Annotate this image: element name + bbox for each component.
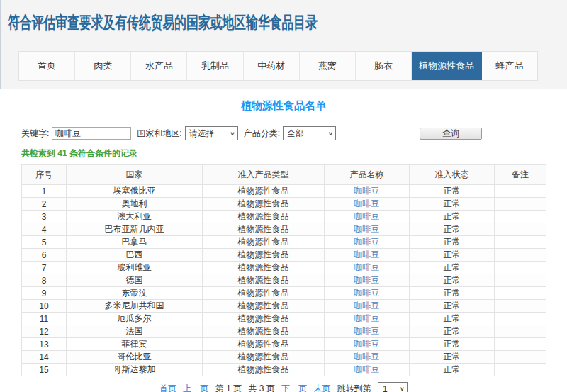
nav-tab[interactable]: 首页 [19,52,75,80]
page-jump-select[interactable]: 1 ∨ [378,382,408,392]
cell-note [495,364,546,376]
keyword-label: 关键字: [21,128,49,140]
table-header-cell: 备注 [495,165,546,185]
table-row: 9 东帝汶 植物源性食品 咖啡豆 正常 [22,287,546,300]
cell-type: 植物源性食品 [203,313,325,325]
nav-tab-label: 肉类 [94,60,112,72]
cell-country: 巴西 [67,249,203,262]
product-link[interactable]: 咖啡豆 [354,352,380,362]
product-link[interactable]: 咖啡豆 [354,364,380,374]
nav-tab[interactable]: 乳制品 [187,52,243,80]
section-title: 植物源性食品名单 [0,99,567,113]
table-header-cell: 国家 [67,165,203,185]
nav-tab[interactable]: 水产品 [131,52,187,80]
table-row: 13 菲律宾 植物源性食品 咖啡豆 正常 [22,338,546,351]
cell-type: 植物源性食品 [203,236,325,249]
keyword-input[interactable] [52,127,131,140]
cell-note [495,313,546,325]
cell-country: 菲律宾 [67,338,203,351]
pagination-first-link[interactable]: 首页 [159,383,176,392]
pagination-total-info: 共 3 页 [248,383,274,392]
nav-tab[interactable]: 植物源性食品 [412,52,482,80]
cell-note [495,262,546,274]
pagination: 首页 上一页 第 1 页 共 3 页 下一页 末页 跳转到第 1 ∨ [0,382,567,392]
product-link[interactable]: 咖啡豆 [354,275,380,285]
category-select[interactable]: 全部 ∨ [283,126,336,140]
query-button[interactable]: 查询 [420,128,482,140]
table-row: 2 奥地利 植物源性食品 咖啡豆 正常 [22,198,546,211]
cell-note [495,338,546,351]
cell-product: 咖啡豆 [325,351,410,364]
table-row: 7 玻利维亚 植物源性食品 咖啡豆 正常 [22,262,546,274]
country-select[interactable]: 请选择 ∨ [185,126,238,140]
cell-status: 正常 [410,198,495,211]
cell-country: 巴布亚新几内亚 [67,223,203,236]
cell-country: 法国 [67,325,203,338]
nav-tab[interactable]: 肉类 [75,52,131,80]
cell-note [495,223,546,236]
cell-note [495,236,546,249]
cell-seq: 9 [22,287,67,300]
table-row: 3 澳大利亚 植物源性食品 咖啡豆 正常 [22,211,546,223]
cell-country: 玻利维亚 [67,262,203,274]
cell-note [495,300,546,313]
nav-tab-label: 蜂产品 [495,60,523,72]
table-header-row: 序号国家准入产品类型产品名称准入状态备注 [22,165,546,185]
pagination-last-link[interactable]: 末页 [313,383,330,392]
product-link[interactable]: 咖啡豆 [354,262,380,272]
product-link[interactable]: 咖啡豆 [354,326,380,336]
product-link[interactable]: 咖啡豆 [354,339,380,349]
cell-type: 植物源性食品 [203,287,325,300]
nav-tab[interactable]: 中药材 [244,52,300,80]
product-link[interactable]: 咖啡豆 [354,198,380,208]
cell-note [495,211,546,223]
product-link[interactable]: 咖啡豆 [354,211,380,221]
nav-tab-label: 首页 [38,60,56,72]
cell-country: 哥斯达黎加 [67,364,203,376]
product-link[interactable]: 咖啡豆 [354,301,380,310]
pagination-page-info: 第 1 页 [215,383,242,392]
page-header: 符合评估审查要求及有传统贸易的国家或地区输华食品目录 首页 肉类 水产品 乳制品… [0,0,567,89]
nav-tab[interactable]: 肠衣 [356,52,412,80]
cell-country: 多米尼加共和国 [67,300,203,313]
pagination-prev-link[interactable]: 上一页 [183,383,208,392]
cell-type: 植物源性食品 [203,364,325,376]
cell-type: 植物源性食品 [203,249,325,262]
cell-seq: 15 [22,364,67,376]
table-row: 5 巴拿马 植物源性食品 咖啡豆 正常 [22,236,546,249]
table-header-cell: 序号 [22,165,67,185]
cell-country: 巴拿马 [67,236,203,249]
cell-seq: 4 [22,223,67,236]
cell-status: 正常 [410,236,495,249]
cell-seq: 8 [22,274,67,287]
nav-tab[interactable]: 蜂产品 [482,52,537,80]
cell-seq: 5 [22,236,67,249]
cell-status: 正常 [410,262,495,274]
nav-tab[interactable]: 燕窝 [300,52,356,80]
cell-note [495,198,546,211]
page-jump-value: 1 [383,384,388,392]
country-label: 国家和地区: [137,128,181,140]
product-link[interactable]: 咖啡豆 [354,313,380,323]
cell-status: 正常 [410,274,495,287]
table-body: 1 埃塞俄比亚 植物源性食品 咖啡豆 正常 2 奥地利 植物源性食品 咖啡豆 正… [22,185,546,376]
product-link[interactable]: 咖啡豆 [354,224,380,234]
product-link[interactable]: 咖啡豆 [354,288,380,298]
cell-seq: 10 [22,300,67,313]
product-link[interactable]: 咖啡豆 [354,186,380,196]
table-row: 11 厄瓜多尔 植物源性食品 咖啡豆 正常 [22,313,546,325]
nav-tab-label: 燕窝 [318,60,337,72]
cell-note [495,274,546,287]
pagination-next-link[interactable]: 下一页 [281,383,307,392]
cell-seq: 13 [22,338,67,351]
cell-status: 正常 [410,300,495,313]
cell-seq: 3 [22,211,67,223]
cell-status: 正常 [410,313,495,325]
cell-type: 植物源性食品 [203,325,325,338]
cell-note [495,185,546,198]
nav-tab-label: 肠衣 [374,60,393,72]
table-header-cell: 准入状态 [410,165,495,185]
product-link[interactable]: 咖啡豆 [354,237,380,247]
product-link[interactable]: 咖啡豆 [354,250,380,259]
cell-status: 正常 [410,223,495,236]
